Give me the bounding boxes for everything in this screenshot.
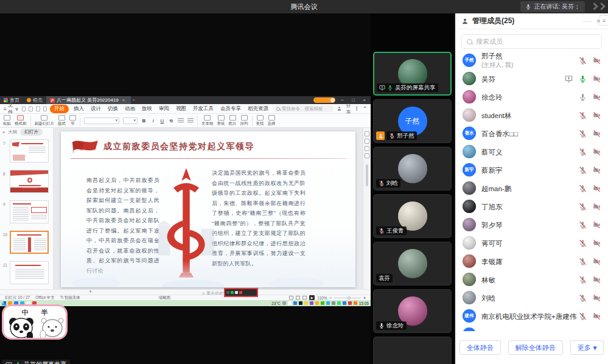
mic-off-icon[interactable]: [579, 148, 587, 156]
layout-button[interactable]: 版式: [58, 115, 66, 127]
arrange-button[interactable]: 排列: [240, 115, 248, 127]
strikethrough-button[interactable]: S: [169, 118, 174, 124]
paste-button[interactable]: 粘贴: [3, 115, 11, 127]
tray-icon[interactable]: [310, 301, 313, 305]
section-button[interactable]: 节: [69, 115, 76, 127]
slide-thumbnail-7[interactable]: [10, 139, 49, 163]
member-row[interactable]: 超man-鹏: [455, 179, 608, 197]
shapes-button[interactable]: 形状: [217, 115, 225, 127]
mic-off-icon[interactable]: [579, 276, 587, 284]
slide-thumbnail-9[interactable]: [10, 200, 49, 223]
video-tile[interactable]: 刘晗: [373, 147, 452, 191]
member-row[interactable]: 丁旭东: [455, 197, 608, 215]
camera-off-icon[interactable]: [593, 57, 601, 65]
menu-member[interactable]: 会员专享: [218, 105, 243, 113]
collaborate-icon[interactable]: [337, 106, 342, 111]
animation-pane-icon[interactable]: [365, 146, 369, 151]
tray-icon[interactable]: [299, 301, 302, 305]
mic-off-icon[interactable]: [579, 184, 587, 192]
member-search-box[interactable]: [461, 34, 602, 49]
tray-icon[interactable]: [304, 301, 308, 305]
slide-thumbnail-10-selected[interactable]: [10, 231, 49, 254]
video-tile[interactable]: 徐念玲: [373, 289, 452, 333]
member-row[interactable]: 刘晗: [455, 289, 608, 307]
add-slide-button[interactable]: +: [89, 289, 92, 295]
camera-off-icon[interactable]: [593, 203, 601, 211]
camera-off-icon[interactable]: [593, 75, 601, 83]
mic-off-icon[interactable]: [579, 57, 587, 65]
font-name-select[interactable]: ▾: [84, 117, 119, 124]
tab-document[interactable]: P八一南昌起义 吴芬20220419×: [46, 96, 131, 104]
video-tile[interactable]: 袁芬: [373, 242, 452, 285]
slide-thumbnail-11[interactable]: [10, 261, 49, 284]
tray-icon[interactable]: [332, 301, 335, 305]
camera-off-icon[interactable]: [593, 148, 601, 156]
tray-icon[interactable]: [348, 301, 352, 305]
tab-docer[interactable]: 稻壳: [23, 96, 46, 104]
zoom-slider[interactable]: [334, 298, 361, 298]
camera-off-icon[interactable]: [593, 239, 601, 247]
current-slide[interactable]: 成立前敌委员会坚持党对起义军领导 南昌起义后，中共前敌委员会坚持党对起义军的领导…: [61, 131, 355, 287]
tray-icon[interactable]: [354, 301, 357, 305]
find-button[interactable]: 查找: [256, 115, 264, 127]
member-row[interactable]: 香水 百合香水□□: [455, 124, 608, 142]
tray-icon[interactable]: [288, 301, 292, 305]
search-input[interactable]: [476, 38, 596, 45]
tab-outline[interactable]: 大纲: [8, 129, 17, 135]
collapse-ribbon-icon[interactable]: ⌃: [363, 106, 367, 111]
member-row[interactable]: 李银露: [455, 252, 608, 270]
camera-off-icon[interactable]: [593, 276, 601, 284]
mic-off-icon[interactable]: [579, 239, 587, 247]
unmute-all-button[interactable]: 解除全体静音: [508, 340, 563, 355]
member-row[interactable]: 蒋可可: [455, 234, 608, 252]
video-tile-partial[interactable]: [373, 337, 452, 364]
scrollbar[interactable]: [366, 164, 368, 186]
mic-off-icon[interactable]: [579, 203, 587, 211]
mic-off-icon[interactable]: [579, 130, 587, 138]
share-source-label[interactable]: 吴芬的屏幕共享: [2, 360, 70, 364]
command-search-box[interactable]: 查找命令、搜索模板: [273, 105, 334, 112]
camera-off-icon[interactable]: [593, 294, 601, 302]
menu-devtools[interactable]: 开发工具: [191, 105, 215, 113]
menu-slideshow[interactable]: 放映: [140, 105, 154, 113]
tray-icon[interactable]: [343, 301, 346, 305]
screen-share-icon[interactable]: [565, 75, 573, 83]
camera-off-icon[interactable]: [593, 93, 601, 101]
save-icon[interactable]: [22, 107, 26, 111]
mic-idle-icon[interactable]: [579, 93, 587, 101]
select-button[interactable]: 选择: [268, 115, 276, 127]
mic-on-icon[interactable]: [579, 75, 587, 83]
tray-icon[interactable]: [315, 301, 319, 305]
properties-icon[interactable]: [365, 131, 369, 136]
panel-collapse-handle[interactable]: ≡: [599, 15, 608, 26]
read-view-icon[interactable]: [302, 296, 307, 299]
camera-off-icon[interactable]: [593, 312, 601, 320]
design-icon[interactable]: [365, 139, 369, 144]
member-row[interactable]: 琴竺 施琴竺: [455, 325, 608, 331]
print-icon[interactable]: [29, 107, 33, 111]
mic-off-icon[interactable]: [579, 221, 587, 229]
camera-off-icon[interactable]: [593, 221, 601, 229]
italic-button[interactable]: I: [150, 118, 156, 124]
menu-start[interactable]: 开始: [50, 105, 69, 113]
member-row[interactable]: 蔡可义: [455, 142, 608, 161]
slide-thumbnail-8[interactable]: [10, 170, 49, 193]
align-center-icon[interactable]: [187, 118, 194, 123]
camera-off-icon[interactable]: [593, 184, 601, 192]
new-tab-button[interactable]: +: [131, 97, 138, 103]
tray-icon[interactable]: [321, 301, 324, 305]
collapse-panel-icon[interactable]: «: [2, 130, 5, 135]
video-tile-share[interactable]: 吴芬的屏幕共享: [373, 52, 452, 96]
member-row[interactable]: 林敏: [455, 270, 608, 289]
member-row[interactable]: 徐念玲: [455, 88, 608, 106]
mic-off-icon[interactable]: [579, 312, 587, 320]
comments-icon[interactable]: [365, 153, 369, 158]
weather-temp[interactable]: 23°C: [271, 301, 281, 306]
camera-off-icon[interactable]: [593, 257, 601, 265]
tray-icon[interactable]: [282, 301, 286, 305]
menu-transition[interactable]: 切换: [106, 105, 120, 113]
member-row[interactable]: student林: [455, 106, 608, 124]
tray-icon[interactable]: [293, 301, 297, 305]
align-left-icon[interactable]: [178, 118, 184, 123]
mute-all-button[interactable]: 全体静音: [459, 340, 501, 355]
